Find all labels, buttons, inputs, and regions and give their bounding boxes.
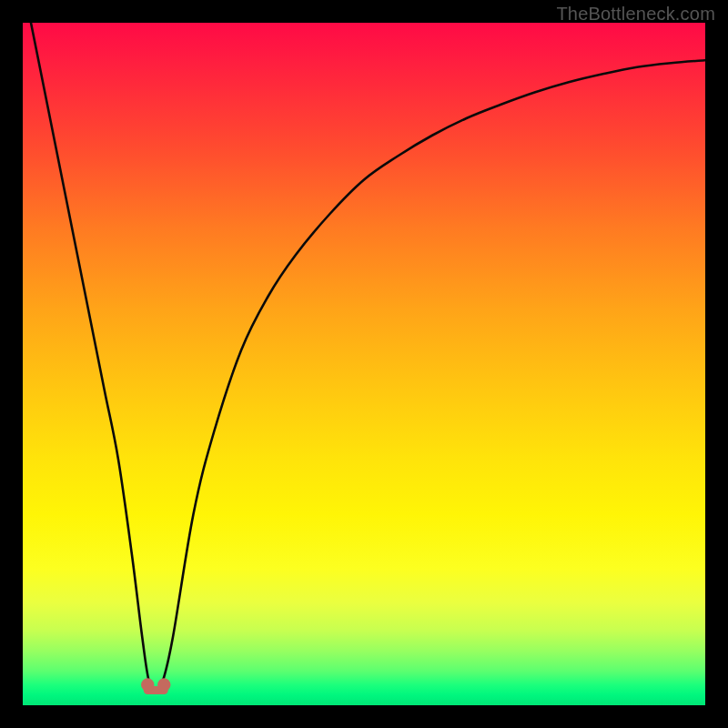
watermark-text: TheBottleneck.com <box>556 4 715 25</box>
curve-min-marker-left <box>141 678 154 691</box>
plot-area <box>23 23 705 705</box>
chart-frame: TheBottleneck.com <box>0 0 728 728</box>
bottleneck-curve-svg <box>23 23 705 705</box>
bottleneck-curve-path <box>23 23 705 689</box>
curve-min-marker-right <box>157 678 170 691</box>
